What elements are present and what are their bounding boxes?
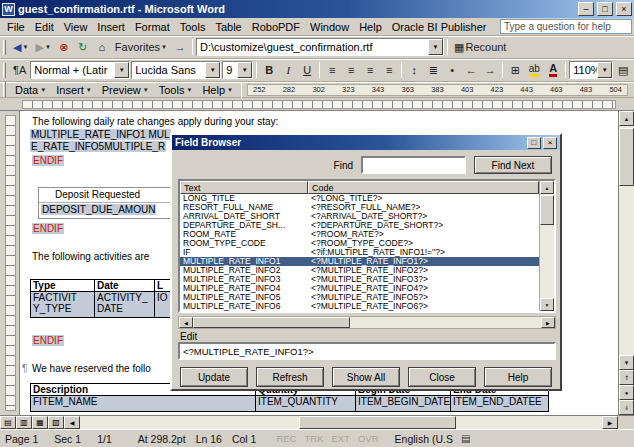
find-next-button[interactable]: Find Next — [474, 156, 552, 174]
column-header-text[interactable]: Text — [180, 181, 308, 194]
list-vertical-scrollbar[interactable]: ▲ ▼ — [539, 181, 554, 311]
toolbar-grip[interactable] — [3, 82, 6, 97]
font-color-icon[interactable]: A — [544, 61, 562, 79]
dialog-action-button[interactable]: Refresh — [256, 367, 324, 387]
maximize-button[interactable]: □ — [597, 2, 613, 16]
line-spacing-icon[interactable]: ↕ — [405, 61, 423, 79]
merge-field[interactable]: FACTIVIT Y_TYPE — [31, 292, 95, 318]
field-browser-row[interactable]: MULTIPLE_RATE_INFO1 <?MULTIPLE_RATE_INFO… — [180, 257, 539, 266]
scroll-up-icon[interactable]: ▲ — [619, 111, 634, 126]
scroll-right-icon[interactable]: ▶ — [602, 416, 618, 429]
normal-view-icon[interactable]: ▤ — [0, 416, 16, 429]
endif-field[interactable]: ENDIF — [32, 155, 64, 166]
minimize-button[interactable]: – — [578, 2, 594, 16]
bullets-icon[interactable]: • — [443, 61, 461, 79]
address-combo[interactable]: D:\customize\guest_confirmation.rtf ▼ — [196, 38, 444, 56]
vertical-scrollbar[interactable]: ▲ ▼ ⇑ ● ⇓ — [618, 111, 634, 415]
outline-view-icon[interactable]: ▧ — [48, 416, 64, 429]
go-icon[interactable]: → — [171, 38, 189, 56]
help-question-input[interactable] — [501, 21, 634, 32]
horizontal-ruler[interactable] — [0, 98, 634, 111]
menu-item[interactable]: Tools — [175, 21, 211, 33]
menu-item[interactable]: Edit — [30, 21, 59, 33]
bold-button[interactable]: B — [260, 61, 278, 79]
forward-icon[interactable]: ▶▼ — [32, 38, 53, 56]
menu-item[interactable]: RoboPDF — [247, 21, 305, 33]
scroll-left-icon[interactable]: ◀ — [64, 416, 80, 429]
field-browser-row[interactable]: DEPARTURE_DATE_SH... <?DEPARTURE_DATE_SH… — [180, 221, 539, 230]
field-browser-row[interactable]: MULTIPLE_RATE_INFO5 <?MULTIPLE_RATE_INFO… — [180, 293, 539, 302]
menu-item[interactable]: Oracle BI Publisher — [387, 21, 492, 33]
refresh-icon[interactable]: ↻ — [74, 38, 92, 56]
print-layout-view-icon[interactable]: ▦ — [32, 416, 48, 429]
chevron-down-icon[interactable]: ▼ — [597, 62, 612, 78]
menu-item[interactable]: View — [59, 21, 93, 33]
field-browser-row[interactable]: MULTIPLE_RATE_INFO2 <?MULTIPLE_RATE_INFO… — [180, 266, 539, 275]
bi-menu-button[interactable]: Tools▼ — [154, 83, 198, 97]
merge-field[interactable]: FITEM_NAME — [31, 396, 256, 412]
field-browser-row[interactable]: MULTIPLE_RATE_INFO6 <?MULTIPLE_RATE_INFO… — [180, 302, 539, 311]
chevron-down-icon[interactable]: ▼ — [205, 62, 220, 78]
justify-icon[interactable]: ≡ — [380, 61, 398, 79]
scroll-up-icon[interactable]: ▲ — [540, 181, 554, 194]
dialog-title-bar[interactable]: Field Browser □ × — [172, 135, 560, 150]
status-toggle[interactable]: EXT — [331, 433, 349, 444]
decrease-indent-icon[interactable]: ← — [462, 61, 480, 79]
scroll-left-icon[interactable]: ◀ — [179, 317, 193, 328]
spellcheck-book-icon[interactable]: ▤ — [461, 433, 470, 444]
menu-item[interactable]: File — [2, 21, 30, 33]
scroll-right-icon[interactable]: ▶ — [541, 317, 555, 328]
toolbar-grip[interactable] — [3, 40, 6, 55]
borders-icon[interactable]: ⊞ — [506, 61, 524, 79]
field-browser-row[interactable]: MULTIPLE_RATE_INFO3 <?MULTIPLE_RATE_INFO… — [180, 275, 539, 284]
chevron-down-icon[interactable]: ▼ — [114, 62, 129, 78]
column-header-code[interactable]: Code — [308, 181, 539, 194]
merge-field[interactable]: ITEM_BEGIN_DATE — [356, 396, 451, 412]
dialog-maximize-button[interactable]: □ — [527, 137, 541, 149]
scrollbar-thumb[interactable] — [540, 195, 554, 225]
field-browser-row[interactable]: ARRIVAL_DATE_SHORT <?ARRIVAL_DATE_SHORT?… — [180, 212, 539, 221]
menu-item[interactable]: Format — [130, 21, 175, 33]
scrollbar-thumb[interactable] — [299, 416, 456, 429]
home-icon[interactable]: ⌂ — [93, 38, 111, 56]
zoom-combo[interactable]: 110% ▼ — [569, 61, 613, 79]
chevron-down-icon[interactable]: ▼ — [237, 62, 252, 78]
chevron-down-icon[interactable]: ▼ — [428, 39, 443, 55]
scrollbar-track[interactable] — [540, 194, 554, 298]
numbering-icon[interactable]: ≣ — [424, 61, 442, 79]
edit-code-input[interactable] — [178, 342, 556, 360]
recount-button[interactable]: ▦ Recount — [451, 38, 509, 56]
dialog-action-button[interactable]: Close — [408, 367, 476, 387]
scrollbar-track[interactable] — [619, 126, 634, 355]
bi-menu-button[interactable]: Data▼ — [10, 83, 51, 97]
status-toggle[interactable]: TRK — [304, 433, 323, 444]
horizontal-scrollbar[interactable]: ▤ ▥ ▦ ▧ ◀ ▶ — [0, 415, 634, 429]
scroll-down-icon[interactable]: ▼ — [619, 355, 634, 370]
list-horizontal-scrollbar[interactable]: ◀ ▶ — [178, 316, 556, 329]
find-input[interactable] — [361, 156, 466, 174]
scrollbar-thumb[interactable] — [619, 128, 634, 186]
next-page-icon[interactable]: ⇓ — [619, 400, 634, 415]
dialog-close-icon[interactable]: × — [543, 137, 557, 149]
scrollbar-track[interactable] — [80, 416, 602, 429]
menu-item[interactable]: Window — [305, 21, 354, 33]
scroll-down-icon[interactable]: ▼ — [540, 298, 554, 311]
dialog-action-button[interactable]: Update — [180, 367, 248, 387]
web-layout-view-icon[interactable]: ▥ — [16, 416, 32, 429]
italic-button[interactable]: I — [279, 61, 297, 79]
vertical-ruler[interactable] — [0, 111, 20, 415]
toolbar-grip[interactable] — [3, 63, 6, 78]
status-toggle[interactable]: REC — [276, 433, 296, 444]
bi-menu-button[interactable]: Insert▼ — [51, 83, 96, 97]
scrollbar-thumb[interactable] — [193, 317, 350, 328]
increase-indent-icon[interactable]: → — [481, 61, 499, 79]
align-left-icon[interactable]: ≡ — [323, 61, 341, 79]
scrollbar-track[interactable] — [193, 317, 541, 328]
style-combo[interactable]: Normal + (Latir ▼ — [30, 61, 130, 79]
field-browser-row[interactable]: RESORT_FULL_NAME <?RESORT_FULL_NAME?> — [180, 203, 539, 212]
stop-icon[interactable]: ⊗ — [55, 38, 73, 56]
styles-and-formatting-icon[interactable]: ¶A — [10, 61, 29, 79]
field-browser-row[interactable]: ROOM_RATE <?ROOM_RATE?> — [180, 230, 539, 239]
close-button[interactable]: × — [616, 2, 632, 16]
merge-field[interactable]: ITEM_QUANTITY — [256, 396, 356, 412]
